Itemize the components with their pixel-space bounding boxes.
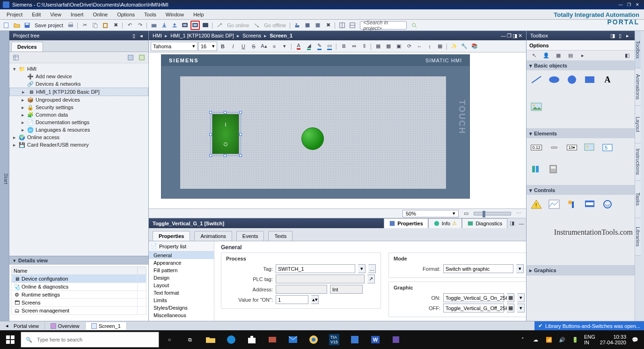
- hmi-device-button[interactable]: [180, 21, 190, 30]
- inspector-undock-button[interactable]: ◨: [507, 219, 517, 228]
- system-diag-tool-icon[interactable]: [600, 199, 615, 210]
- toolbox-view-button[interactable]: ◧: [622, 51, 632, 60]
- split-v-button[interactable]: [348, 21, 357, 30]
- line-tool-icon[interactable]: [529, 74, 543, 85]
- switch-tool-icon[interactable]: [547, 163, 561, 175]
- print-button[interactable]: [66, 21, 75, 30]
- equal-height-button[interactable]: ↕: [425, 42, 434, 51]
- close-button[interactable]: ✕: [634, 1, 641, 8]
- property-list-item[interactable]: Layout: [149, 282, 214, 289]
- graphic-off-drop[interactable]: ▾: [517, 304, 525, 312]
- select-tool-icon[interactable]: 👤: [542, 51, 551, 60]
- cat-controls[interactable]: ▾Controls: [527, 186, 635, 195]
- tray-notifications-icon[interactable]: 💬: [631, 330, 639, 349]
- zoom-fit-button[interactable]: ▭: [461, 209, 471, 218]
- property-list-item[interactable]: Styles/Designs: [149, 304, 214, 312]
- lamp-object[interactable]: [301, 127, 324, 150]
- input-plctag[interactable]: [276, 275, 365, 283]
- rtab-libraries[interactable]: Libraries: [635, 218, 641, 256]
- movies-icon[interactable]: [262, 330, 283, 349]
- rtab-instructions[interactable]: Instructions: [635, 143, 641, 181]
- screen-tab[interactable]: Screen_1: [86, 322, 127, 330]
- overview-tab[interactable]: Overview: [45, 322, 86, 330]
- split-h-button[interactable]: [337, 21, 347, 30]
- cat-elements[interactable]: ▾Elements: [527, 129, 635, 138]
- button-tool-icon[interactable]: [547, 142, 561, 153]
- tag-browse-button[interactable]: …: [368, 264, 376, 273]
- snap-button[interactable]: ▦: [435, 42, 445, 51]
- toolbox-arrow-button[interactable]: ▸: [624, 32, 631, 39]
- font-color-button[interactable]: A: [294, 42, 303, 51]
- word-icon[interactable]: W: [365, 330, 386, 349]
- editor-max-button[interactable]: ❐: [507, 33, 512, 39]
- tree-opt2-button[interactable]: [137, 53, 146, 62]
- font-grow-button[interactable]: A▴: [259, 42, 269, 51]
- tree-node[interactable]: ➕Add new device: [9, 73, 148, 80]
- menu-view[interactable]: View: [45, 11, 66, 18]
- zoom-etc-button[interactable]: ⋯: [514, 209, 523, 218]
- cut-button[interactable]: ✂: [80, 21, 89, 30]
- menu-window[interactable]: Window: [161, 11, 189, 18]
- delete-button[interactable]: ✖: [111, 21, 120, 30]
- go-offline-icon[interactable]: [252, 21, 261, 30]
- cross-ref-button[interactable]: ✖: [323, 21, 333, 30]
- paint-icon[interactable]: [344, 330, 365, 349]
- stop-cpu-button[interactable]: [313, 21, 322, 30]
- library-button[interactable]: 📚: [470, 42, 479, 51]
- subtab-texts[interactable]: Texts: [268, 231, 293, 241]
- zoom-slider[interactable]: [474, 212, 511, 215]
- reference-button[interactable]: 🔧: [460, 42, 469, 51]
- tray-volume-icon[interactable]: 🔊: [558, 330, 566, 349]
- font-size-select[interactable]: 16▾: [198, 42, 217, 51]
- tree-node[interactable]: ▸🔒Security settings: [9, 104, 148, 111]
- border-color-button[interactable]: ▭: [325, 42, 334, 51]
- tray-up-icon[interactable]: ˄: [519, 330, 527, 349]
- new-project-button[interactable]: [2, 21, 11, 30]
- tree-node[interactable]: ▸🌐Languages & resources: [9, 126, 148, 134]
- user-view-tool-icon[interactable]: [565, 199, 579, 210]
- select-graphic-on[interactable]: Toggle_Vertical_G_On_256: [443, 293, 504, 302]
- subtab-events[interactable]: Events: [236, 231, 264, 241]
- graphic-io-tool-icon[interactable]: [583, 142, 597, 153]
- line-color-button[interactable]: ✎: [315, 42, 324, 51]
- bring-front-button[interactable]: ▦: [373, 42, 383, 51]
- send-back-button[interactable]: ▩: [384, 42, 393, 51]
- tree-node[interactable]: ▸💾Card Reader/USB memory: [9, 141, 148, 149]
- strike-button[interactable]: S: [249, 42, 258, 51]
- cat-graphics[interactable]: ▸Graphics: [527, 266, 635, 275]
- graphic-off-preview[interactable]: ▦: [507, 304, 514, 312]
- italic-button[interactable]: I: [228, 42, 238, 51]
- tray-clock[interactable]: 10:3327-04-2020: [600, 334, 626, 345]
- crumb-screens[interactable]: Screens: [242, 33, 261, 38]
- circle-tool-icon[interactable]: [565, 74, 579, 85]
- image-tool-icon[interactable]: [529, 101, 543, 112]
- pin-tree-button[interactable]: ◂: [138, 32, 145, 39]
- property-list-item[interactable]: General: [149, 252, 214, 259]
- tree-node[interactable]: ▸📄Documentation settings: [9, 119, 148, 126]
- select-format[interactable]: Switch with graphic: [443, 264, 513, 273]
- store-icon[interactable]: [242, 330, 262, 349]
- format-drop-button[interactable]: ▾: [516, 264, 524, 273]
- tree-opt1-button[interactable]: [126, 53, 135, 62]
- property-list-item[interactable]: Fill pattern: [149, 267, 214, 274]
- trend-view-tool-icon[interactable]: [547, 199, 561, 210]
- symbolic-io-tool-icon[interactable]: 10▾: [565, 142, 579, 153]
- align-objects-button[interactable]: ≣: [339, 42, 348, 51]
- rectangle-tool-icon[interactable]: [583, 74, 597, 85]
- align-drop-button[interactable]: ▾: [280, 42, 289, 51]
- paste-button[interactable]: [101, 21, 110, 30]
- subtab-properties[interactable]: Properties: [153, 231, 190, 241]
- input-tag[interactable]: SWITCH_1: [276, 264, 355, 273]
- property-list-item[interactable]: Text format: [149, 289, 214, 297]
- iofield-tool-icon[interactable]: 0.12: [529, 142, 543, 153]
- more-tool-icon[interactable]: ▸: [578, 51, 587, 60]
- rotate-button[interactable]: ⟳: [404, 42, 414, 51]
- menu-project[interactable]: Project: [2, 11, 27, 18]
- tray-battery-icon[interactable]: 🔋: [571, 330, 579, 349]
- underline-button[interactable]: U: [239, 42, 248, 51]
- project-tree[interactable]: ▾📁HMI➕Add new device🔗Devices & networks▸…: [9, 63, 148, 256]
- property-list-item[interactable]: Miscellaneous: [149, 312, 214, 319]
- runtime-button[interactable]: [201, 21, 210, 30]
- align-left-button[interactable]: ≡: [270, 42, 279, 51]
- rtab-animations[interactable]: Animations: [635, 68, 641, 106]
